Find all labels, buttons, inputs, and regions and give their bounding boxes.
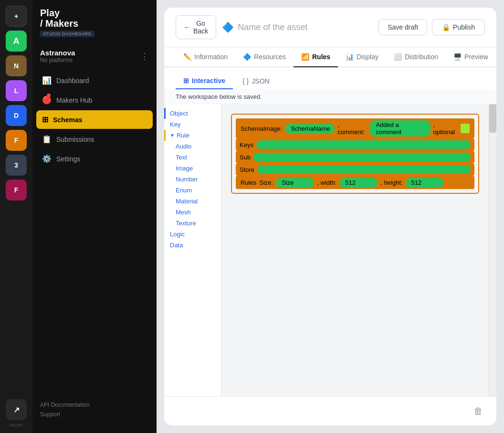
avatar-n[interactable]: N: [6, 55, 27, 76]
tree-label: Material: [176, 198, 198, 205]
trash-button[interactable]: 🗑: [468, 401, 489, 422]
sub-block[interactable]: Sub: [236, 151, 474, 163]
save-draft-button[interactable]: Save draft: [378, 19, 427, 35]
avatar-f2[interactable]: F: [6, 180, 27, 201]
back-button[interactable]: ← GoBack: [176, 15, 216, 39]
tree-item-data[interactable]: Data: [164, 240, 221, 251]
tree-item-mesh[interactable]: Mesh: [164, 207, 221, 218]
optional-label: , optional: [433, 121, 458, 136]
avatar-f[interactable]: F: [6, 130, 27, 151]
scrollbar-thumb[interactable]: [489, 104, 496, 133]
tree-label: Image: [176, 165, 193, 172]
tab-label: Resources: [254, 53, 286, 61]
sidebar-item-label: Dashboard: [56, 77, 89, 84]
publish-button[interactable]: 🔒 Publish: [432, 19, 485, 35]
tab-label: Preview: [464, 53, 488, 61]
rules-block[interactable]: Rules Size: Size , width: 512 , height: …: [236, 176, 474, 189]
sidebar-item-submissions[interactable]: 📋 Submissions: [36, 130, 153, 148]
modal-content: Object Key ▼ Rule Audio Text Image: [164, 104, 496, 396]
tab-display[interactable]: 📊 Display: [338, 47, 386, 67]
makers-hub-icon: 🔴: [42, 95, 52, 105]
tab-preview[interactable]: 🖥️ Preview: [446, 47, 496, 67]
tree-item-enum[interactable]: Enum: [164, 185, 221, 196]
tree-item-texture[interactable]: Texture: [164, 218, 221, 229]
sidebar-user: Astranova No platforms ⋮: [32, 45, 157, 71]
tab-distribution[interactable]: ⬜ Distribution: [386, 47, 446, 67]
scrollbar-area[interactable]: [489, 104, 496, 396]
tab-label: Display: [357, 53, 378, 61]
submissions-icon: 📋: [42, 135, 52, 144]
keys-block[interactable]: Keys: [236, 138, 474, 151]
sidebar-item-schemas[interactable]: ⊞ Schemas: [36, 110, 153, 129]
subtab-label: Interactive: [192, 77, 225, 84]
optional-toggle[interactable]: [461, 124, 470, 133]
tree-label: Mesh: [176, 209, 191, 216]
subtab-json[interactable]: { } JSON: [235, 73, 277, 89]
subtab-interactive[interactable]: ⊞ Interactive: [176, 73, 233, 89]
tree-item-number[interactable]: Number: [164, 174, 221, 185]
height-label: , height:: [380, 179, 402, 186]
brand-tag: STUDIO DASHBOARD: [40, 31, 94, 37]
tab-information[interactable]: ✏️ Information: [176, 47, 235, 67]
trash-icon: 🗑: [473, 406, 483, 417]
keys-label: Keys: [240, 141, 253, 148]
profile-button[interactable]: ↗: [6, 399, 27, 420]
notification-badge: [47, 94, 51, 97]
schema-image-block[interactable]: SchemaImage: SchemaName , comment: Added…: [236, 118, 474, 138]
tree-item-material[interactable]: Material: [164, 196, 221, 207]
avatar-l[interactable]: L: [6, 80, 27, 101]
schema-name-input[interactable]: SchemaName: [285, 124, 335, 133]
brand-name: Play/ Makers: [40, 8, 149, 29]
expand-icon: ▼: [170, 133, 175, 138]
add-button[interactable]: +: [6, 6, 27, 27]
tree-label: Audio: [176, 143, 191, 150]
tree-item-key[interactable]: Key: [164, 119, 221, 130]
size-input[interactable]: Size: [276, 178, 314, 187]
tree-label: Rule: [177, 132, 189, 139]
subtab-label: JSON: [252, 77, 269, 85]
tree-item-rule[interactable]: ▼ Rule: [164, 130, 221, 141]
sidebar-item-label: Schemas: [53, 116, 82, 124]
avatar-d[interactable]: D: [6, 105, 27, 126]
back-arrow-icon: ←: [184, 23, 190, 31]
store-bar: [257, 165, 471, 174]
block-group: SchemaImage: SchemaName , comment: Added…: [231, 114, 479, 194]
tab-resources[interactable]: 🔷 Resources: [235, 47, 294, 67]
brand: Play/ Makers STUDIO DASHBOARD: [32, 8, 157, 45]
sidebar-item-dashboard[interactable]: 📊 Dashboard: [36, 71, 153, 90]
tab-rules[interactable]: 📶 Rules: [294, 47, 338, 67]
tree-item-logic[interactable]: Logic: [164, 229, 221, 240]
tree-item-image[interactable]: Image: [164, 163, 221, 174]
tree-item-object[interactable]: Object: [164, 108, 221, 119]
information-icon: ✏️: [183, 53, 191, 61]
support-link[interactable]: Support: [40, 411, 149, 418]
user-id-label: 8d01f6b: [10, 423, 23, 427]
sidebar-item-makers-hub[interactable]: 🔴 Makers Hub: [36, 91, 153, 109]
api-docs-link[interactable]: API Documentation: [40, 401, 149, 408]
sidebar-nav: 📊 Dashboard 🔴 Makers Hub ⊞ Schemas 📋 Sub…: [32, 71, 157, 394]
blocks-panel: SchemaImage: SchemaName , comment: Added…: [221, 104, 489, 396]
avatar-a[interactable]: A: [6, 31, 27, 52]
height-input[interactable]: 512: [406, 178, 444, 187]
tree-item-audio[interactable]: Audio: [164, 141, 221, 152]
tree-item-text[interactable]: Text: [164, 152, 221, 163]
store-block[interactable]: Store: [236, 163, 474, 176]
back-label: GoBack: [193, 20, 208, 35]
modal-footer: 🗑: [164, 396, 496, 425]
avatar-3[interactable]: 3: [6, 155, 27, 176]
workspace-notice: The workspace below is saved.: [164, 89, 496, 104]
comment-input[interactable]: Added a comment: [370, 120, 430, 137]
asset-title: 🔷 Name of the asset: [222, 21, 373, 33]
modal: ← GoBack 🔷 Name of the asset Save draft …: [164, 8, 496, 425]
sidebar-item-label: Submissions: [56, 136, 94, 143]
user-menu-button[interactable]: ⋮: [140, 51, 149, 62]
distribution-icon: ⬜: [394, 53, 402, 61]
tab-label: Rules: [312, 53, 330, 61]
modal-header: ← GoBack 🔷 Name of the asset Save draft …: [164, 8, 496, 47]
tree-indicator: [164, 130, 166, 141]
sidebar-item-label: Settings: [56, 155, 81, 163]
width-input[interactable]: 512: [339, 178, 378, 187]
publish-label: Publish: [453, 23, 475, 31]
sidebar-item-settings[interactable]: ⚙️ Settings: [36, 149, 153, 168]
store-label: Store: [240, 166, 254, 173]
